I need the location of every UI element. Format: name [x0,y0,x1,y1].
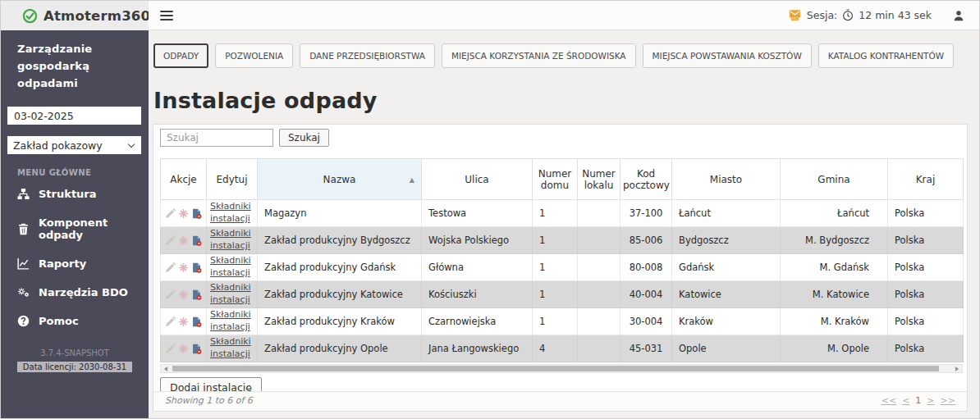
edit-pencil-icon[interactable] [165,235,176,246]
cell-akcje [161,200,207,227]
pagination-next[interactable]: > [927,395,934,406]
installation-components-link[interactable]: Składniki instalacji [210,282,255,307]
cell-numer-domu: 4 [533,335,578,362]
approve-stamp-icon[interactable] [178,344,189,354]
pagination-last[interactable]: >> [941,395,955,406]
table-row: Składniki instalacjiZakład produkcyjny G… [161,254,964,281]
edit-pencil-icon[interactable] [165,208,176,219]
bdo-mail-icon[interactable] [788,9,802,21]
scroll-left-arrow-icon[interactable] [161,365,171,372]
horizontal-scrollbar[interactable] [160,364,963,373]
logo-area: Atmoterm360 [1,1,149,30]
installation-components-link[interactable]: Składniki instalacji [210,309,255,334]
cell-numer-domu: 1 [533,227,578,254]
approve-stamp-icon[interactable] [178,262,189,273]
search-button[interactable]: Szukaj [279,129,329,147]
tab-odpady[interactable]: ODPADY [153,43,208,68]
edit-pencil-icon[interactable] [165,289,176,300]
sort-asc-icon: ▲ [410,175,414,183]
file-remove-icon[interactable] [191,289,202,300]
edit-pencil-icon[interactable] [165,262,176,273]
approve-stamp-icon[interactable] [178,317,189,327]
scroll-right-arrow-icon[interactable] [952,365,962,372]
scrollbar-thumb[interactable] [172,366,939,371]
sidebar-item-struktura[interactable]: Struktura [1,180,149,208]
cell-nazwa: Zakład produkcyjny Opole [258,335,422,362]
trash-icon [17,223,30,235]
cell-kraj: Polska [888,254,964,281]
installation-components-link[interactable]: Składniki instalacji [210,336,255,361]
column-header-ulica[interactable]: Ulica [422,159,533,200]
file-remove-icon[interactable] [191,208,202,219]
column-header-edytuj[interactable]: Edytuj [207,159,258,200]
approve-stamp-icon[interactable] [178,235,189,246]
cell-nazwa: Magazyn [258,200,422,227]
cell-ulica: Czarnowiejska [422,308,533,335]
column-header-kod-pocztowy[interactable]: Kod pocztowy [621,159,672,200]
atmoterm-logo-icon [22,8,38,24]
column-header-kraj[interactable]: Kraj [888,159,964,200]
cell-numer-lokalu [578,308,621,335]
main-menu: StrukturaKomponent odpadyRaportyNarzędzi… [1,180,149,335]
version-label: 3.7.4-SNAPSHOT [1,348,149,358]
cell-ulica: Testowa [422,200,533,227]
approve-stamp-icon[interactable] [178,289,189,300]
file-remove-icon[interactable] [191,235,202,246]
pagination-page-1[interactable]: 1 [915,395,921,406]
tab-bar: ODPADYPOZWOLENIADANE PRZEDSIĘBIORSTWAMIE… [153,43,968,68]
sidebar-item-raporty[interactable]: Raporty [1,249,149,278]
cell-edytuj: Składniki instalacji [207,200,258,227]
column-header-miasto[interactable]: Miasto [672,159,781,200]
edit-pencil-icon[interactable] [165,317,176,327]
column-header-numer-lokalu[interactable]: Numer lokalu [578,159,621,200]
unit-select[interactable]: Zakład pokazowy [7,136,141,154]
column-header-numer-domu[interactable]: Numer domu [533,159,578,200]
chart-line-icon [17,257,30,270]
column-header-gmina[interactable]: Gmina [781,159,888,200]
top-bar: Atmoterm360 Sesja: 12 min 43 sek [1,1,979,30]
sidebar-item-komponent-odpady[interactable]: Komponent odpady [1,208,149,249]
cell-numer-lokalu [578,227,621,254]
sidebar-item-narz-dzia-bdo[interactable]: Narzędzia BDO [1,278,149,307]
table-row: Składniki instalacjiMagazynTestowa137-10… [161,200,964,227]
user-icon[interactable] [953,10,964,21]
pagination-prev[interactable]: < [902,395,909,406]
file-remove-icon[interactable] [191,317,202,327]
sidebar-item-label: Narzędzia BDO [39,286,128,298]
tab-katalog-kontrahent-w[interactable]: KATALOG KONTRAHENTÓW [818,43,954,68]
cell-akcje [161,227,207,254]
pagination: <<<1>>> [882,395,955,406]
file-remove-icon[interactable] [191,344,202,354]
cell-miasto: Kraków [672,308,781,335]
hamburger-menu-icon[interactable] [160,11,173,20]
pagination-first[interactable]: << [882,395,896,406]
date-input[interactable] [7,107,141,125]
cell-numer-domu: 1 [533,254,578,281]
tab-pozwolenia[interactable]: POZWOLENIA [215,43,293,68]
cell-edytuj: Składniki instalacji [207,227,258,254]
approve-stamp-icon[interactable] [178,208,189,219]
app-title: Zarządzanie gospodarką odpadami [1,41,149,92]
installation-components-link[interactable]: Składniki instalacji [210,255,255,280]
top-bar-right: Sesja: 12 min 43 sek [149,1,979,30]
cell-ulica: Główna [422,254,533,281]
column-header-akcje[interactable]: Akcje [161,159,207,200]
installation-components-link[interactable]: Składniki instalacji [210,228,255,253]
unit-select-value: Zakład pokazowy [13,139,103,152]
installation-components-link[interactable]: Składniki instalacji [210,201,255,225]
table-footer: Showing 1 to 6 of 6 <<<1>>> [153,391,967,411]
edit-pencil-icon[interactable] [165,344,176,354]
tab-miejsca-powstawania-koszt-w[interactable]: MIEJSCA POWSTAWANIA KOSZTÓW [643,43,812,68]
search-input[interactable] [160,129,273,147]
tab-dane-przedsi-biorstwa[interactable]: DANE PRZEDSIĘBIORSTWA [300,43,435,68]
sidebar-item-pomoc[interactable]: Pomoc [1,307,149,335]
cell-akcje [161,254,207,281]
file-remove-icon[interactable] [191,262,202,273]
sidebar-item-label: Raporty [39,257,86,270]
column-header-nazwa[interactable]: Nazwa▲ [258,159,422,200]
cell-gmina: M. Kraków [781,308,888,335]
cell-ulica: Jana Łangowskiego [422,335,533,362]
tab-miejsca-korzystania-ze-rodowiska[interactable]: MIEJSCA KORZYSTANIA ZE ŚRODOWISKA [442,43,636,68]
cell-miasto: Gdańsk [672,254,781,281]
search-row: Szukaj [160,129,960,147]
